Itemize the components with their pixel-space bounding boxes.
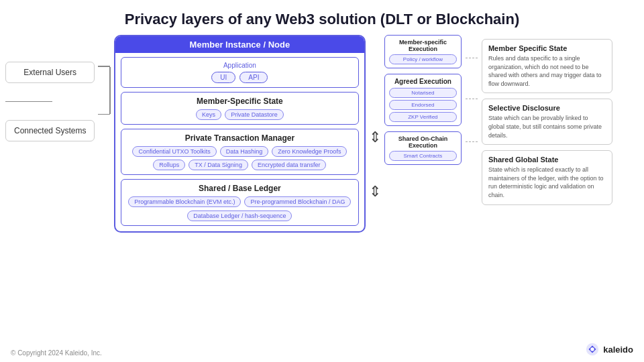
- execution-column: Member-specific Execution Policy / workf…: [384, 35, 462, 165]
- ptm-chips-row1: Confidential UTXO Toolkits Data Hashing …: [127, 146, 353, 157]
- policy-workflow-chip: Policy / workflow: [389, 54, 457, 64]
- app-chips: UI API: [127, 72, 353, 83]
- shared-global-state-desc: Shared Global State State which is repli…: [482, 150, 612, 204]
- connected-systems-box: Connected Systems: [5, 120, 95, 141]
- confidential-utxo-chip: Confidential UTXO Toolkits: [132, 146, 216, 157]
- descriptions-panel: Member Specific State Rules and data spe…: [482, 39, 612, 205]
- double-arrow-2: ⇕: [369, 183, 381, 200]
- member-specific-chips: Keys Private Datastore: [127, 109, 353, 120]
- programmable-blockchain-chip: Programmable Blockchain (EVM etc.): [128, 196, 241, 207]
- tx-signing-chip: TX / Data Signing: [189, 160, 248, 170]
- shared-global-state-desc-text: State which is replicated exactly to all…: [488, 166, 606, 199]
- connected-systems-label: Connected Systems: [14, 126, 86, 135]
- agreed-chips: Notarised Endorsed ZKP Verified: [389, 88, 457, 122]
- encrypted-transfer-chip: Encrypted data transfer: [252, 160, 327, 170]
- kaleido-icon: [585, 342, 600, 357]
- shared-base-ledger-box: Shared / Base Ledger Programmable Blockc…: [121, 179, 359, 226]
- selective-disclosure-desc-text: State which can be provably linked to gl…: [488, 114, 606, 139]
- agreed-exec-title: Agreed Execution: [389, 78, 457, 85]
- arrows-col: ⇕ ⇕: [369, 129, 381, 200]
- kaleido-brand-text: kaleido: [603, 345, 633, 355]
- copyright-text: © Copyright 2024 Kaleido, Inc.: [11, 349, 102, 357]
- member-specific-state-desc-title: Member Specific State: [488, 44, 606, 52]
- svg-point-1: [590, 347, 594, 351]
- private-datastore-chip: Private Datastore: [225, 109, 284, 120]
- shared-on-chain-box: Shared On-Chain Execution Smart Contract…: [384, 131, 462, 165]
- shared-on-chain-title: Shared On-Chain Execution: [389, 135, 457, 149]
- ledger-chips: Programmable Blockchain (EVM etc.) Pre-p…: [127, 196, 353, 221]
- member-specific-exec-title: Member-specific Execution: [389, 39, 457, 52]
- data-hashing-chip: Data Hashing: [220, 146, 269, 157]
- external-users-box: External Users: [5, 62, 95, 83]
- kaleido-logo: kaleido: [585, 342, 633, 357]
- member-specific-state-box: Member-Specific State Keys Private Datas…: [121, 92, 359, 125]
- copyright-footer: © Copyright 2024 Kaleido, Inc.: [11, 349, 102, 357]
- shared-global-state-desc-title: Shared Global State: [488, 156, 606, 164]
- member-specific-state-desc-text: Rules and data specific to a single orga…: [488, 54, 606, 88]
- dashed-connectors: [465, 51, 478, 142]
- member-instance-title: Member Instance / Node: [190, 40, 290, 50]
- member-specific-exec-box: Member-specific Execution Policy / workf…: [384, 35, 462, 68]
- smart-contracts-chip: Smart Contracts: [389, 151, 457, 161]
- database-ledger-chip: Database Ledger / hash-sequence: [187, 210, 292, 221]
- member-specific-state-title: Member-Specific State: [127, 97, 353, 106]
- private-tx-manager-title: Private Transaction Manager: [127, 133, 353, 143]
- api-chip: API: [239, 72, 268, 83]
- selective-disclosure-desc: Selective Disclosure State which can be …: [482, 99, 612, 145]
- member-instance-header: Member Instance / Node: [115, 36, 364, 53]
- application-box: Application UI API: [121, 57, 359, 88]
- notarised-chip: Notarised: [389, 88, 457, 98]
- shared-base-ledger-title: Shared / Base Ledger: [127, 184, 353, 193]
- page-title: Privacy layers of any Web3 solution (DLT…: [0, 0, 644, 35]
- private-tx-manager-box: Private Transaction Manager Confidential…: [121, 129, 359, 175]
- double-arrow-1: ⇕: [369, 129, 381, 146]
- external-users-label: External Users: [23, 68, 76, 77]
- ui-chip: UI: [211, 72, 235, 83]
- application-label: Application: [127, 62, 353, 69]
- member-specific-state-desc: Member Specific State Rules and data spe…: [482, 39, 612, 93]
- zkp-chip: Zero Knowledge Proofs: [272, 146, 347, 157]
- endorsed-chip: Endorsed: [389, 100, 457, 110]
- keys-chip: Keys: [196, 109, 221, 120]
- member-instance-box: Member Instance / Node Application UI AP…: [114, 35, 366, 233]
- agreed-exec-box: Agreed Execution Notarised Endorsed ZKP …: [384, 74, 462, 126]
- left-entities: External Users Connected Systems: [5, 62, 95, 141]
- zkp-verified-chip: ZKP Verified: [389, 112, 457, 122]
- selective-disclosure-desc-title: Selective Disclosure: [488, 104, 606, 112]
- preprogrammed-blockchain-chip: Pre-programmed Blockchain / DAG: [244, 196, 351, 207]
- rollups-chip: Rollups: [153, 160, 185, 170]
- ptm-chips-row2: Rollups TX / Data Signing Encrypted data…: [127, 160, 353, 170]
